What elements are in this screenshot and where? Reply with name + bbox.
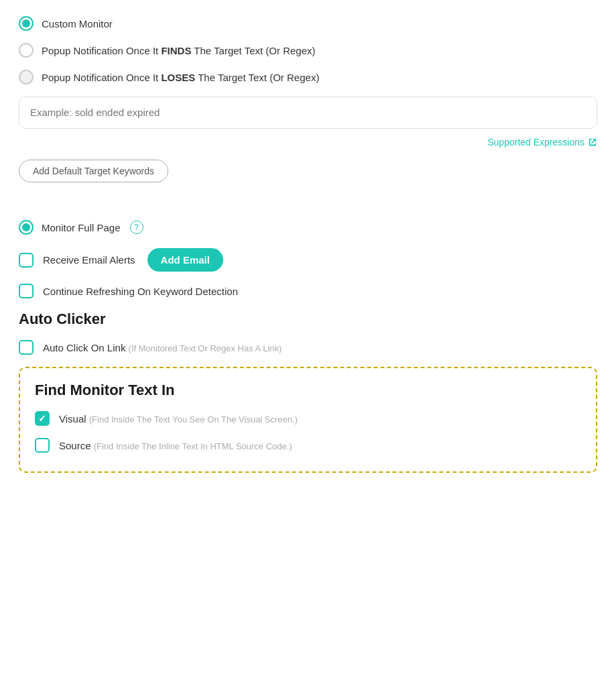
add-default-wrapper: Add Default Target Keywords xyxy=(19,160,597,201)
source-label: Source (Find Inside The Inline Text In H… xyxy=(59,440,292,451)
monitor-full-page-label: Monitor Full Page xyxy=(42,222,121,233)
receive-email-label: Receive Email Alerts xyxy=(43,254,135,266)
auto-click-link-label: Auto Click On Link (If Monitored Text Or… xyxy=(43,342,282,353)
radio-popup-finds[interactable]: Popup Notification Once It FINDS The Tar… xyxy=(19,43,597,58)
add-default-button[interactable]: Add Default Target Keywords xyxy=(19,160,168,182)
source-row[interactable]: Source (Find Inside The Inline Text In H… xyxy=(35,438,581,453)
source-checkbox[interactable] xyxy=(35,438,50,453)
auto-clicker-heading: Auto Clicker xyxy=(19,310,597,328)
visual-checkbox[interactable] xyxy=(35,411,50,426)
keyword-input-wrapper xyxy=(19,97,597,129)
finds-bold: FINDS xyxy=(161,45,191,56)
radio-circle-finds[interactable] xyxy=(19,43,34,58)
visual-row[interactable]: Visual (Find Inside The Text You See On … xyxy=(35,411,581,426)
continue-refreshing-label: Continue Refreshing On Keyword Detection xyxy=(43,286,238,297)
visual-label: Visual (Find Inside The Text You See On … xyxy=(59,413,298,424)
auto-click-link-subtext: (If Monitored Text Or Regex Has A Link) xyxy=(129,343,282,353)
external-link-icon xyxy=(588,137,597,147)
auto-click-link-row[interactable]: Auto Click On Link (If Monitored Text Or… xyxy=(19,340,597,355)
continue-refreshing-row[interactable]: Continue Refreshing On Keyword Detection xyxy=(19,284,597,298)
radio-circle-loses[interactable] xyxy=(19,70,34,84)
supported-expressions-link-wrapper: Supported Expressions xyxy=(19,137,597,148)
radio-label-custom: Custom Monitor xyxy=(42,18,113,30)
supported-expressions-link[interactable]: Supported Expressions xyxy=(487,137,597,148)
supported-expressions-label: Supported Expressions xyxy=(487,137,584,148)
radio-label-finds: Popup Notification Once It FINDS The Tar… xyxy=(42,45,316,56)
radio-popup-loses[interactable]: Popup Notification Once It LOSES The Tar… xyxy=(19,70,597,84)
continue-refreshing-checkbox[interactable] xyxy=(19,284,34,298)
receive-email-checkbox[interactable] xyxy=(19,253,34,268)
radio-circle-custom[interactable] xyxy=(19,16,34,31)
monitor-full-page-option[interactable]: Monitor Full Page ? xyxy=(19,220,597,235)
keyword-input[interactable] xyxy=(30,107,586,118)
visual-subtext: (Find Inside The Text You See On The Vis… xyxy=(89,414,298,424)
radio-circle-monitor-full[interactable] xyxy=(19,220,34,235)
find-monitor-heading: Find Monitor Text In xyxy=(35,382,581,399)
receive-email-row[interactable]: Receive Email Alerts Add Email xyxy=(19,248,597,272)
radio-custom-monitor[interactable]: Custom Monitor xyxy=(19,16,597,31)
add-email-button[interactable]: Add Email xyxy=(147,248,223,272)
radio-label-loses: Popup Notification Once It LOSES The Tar… xyxy=(42,72,319,83)
monitor-full-page-help-icon[interactable]: ? xyxy=(130,221,143,234)
loses-bold: LOSES xyxy=(161,72,195,83)
source-subtext: (Find Inside The Inline Text In HTML Sou… xyxy=(94,441,292,451)
find-monitor-box: Find Monitor Text In Visual (Find Inside… xyxy=(19,367,597,473)
auto-click-link-checkbox[interactable] xyxy=(19,340,34,355)
